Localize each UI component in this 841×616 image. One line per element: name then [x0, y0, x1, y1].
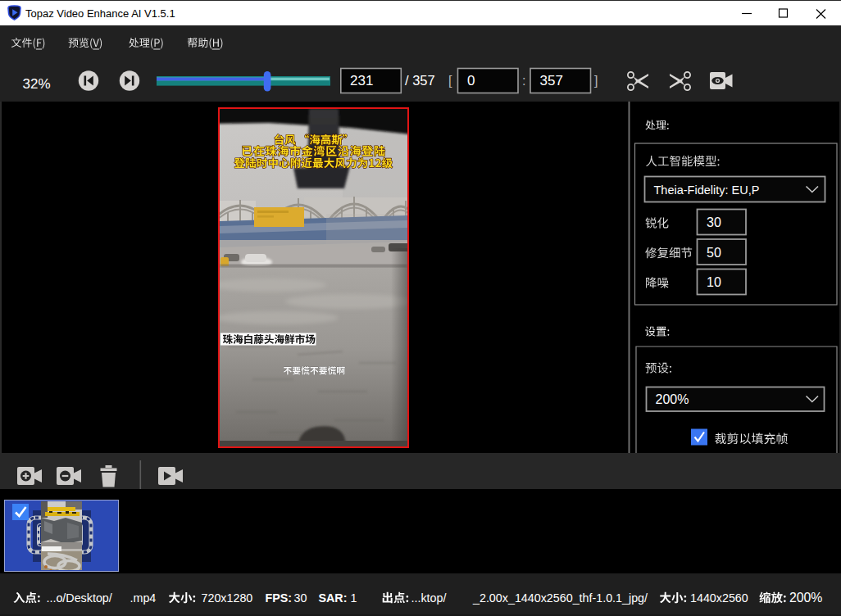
- svg-text:30: 30: [294, 591, 307, 605]
- svg-text:SAR:: SAR:: [319, 591, 348, 605]
- svg-text:32%: 32%: [23, 76, 51, 92]
- svg-text:1440x2560: 1440x2560: [690, 591, 748, 605]
- svg-text:1: 1: [351, 591, 357, 605]
- svg-text:Theia-Fidelity: EU,P: Theia-Fidelity: EU,P: [654, 183, 760, 197]
- svg-text:50: 50: [707, 246, 721, 260]
- svg-text:200%: 200%: [656, 392, 689, 406]
- svg-text:720x1280: 720x1280: [202, 591, 253, 605]
- svg-text:200%: 200%: [789, 591, 822, 605]
- svg-text:...ktop/: ...ktop/: [411, 591, 447, 605]
- svg-text:_2.00x_1440x2560_thf-1.0.1_jpg: _2.00x_1440x2560_thf-1.0.1_jpg/: [472, 591, 648, 605]
- svg-text:10: 10: [707, 275, 721, 289]
- svg-text:.mp4: .mp4: [130, 591, 157, 605]
- svg-text:Topaz Video Enhance AI V1.5.1: Topaz Video Enhance AI V1.5.1: [25, 7, 175, 20]
- svg-text:357: 357: [540, 73, 563, 88]
- svg-text:FPS:: FPS:: [266, 591, 293, 605]
- svg-text:231: 231: [350, 73, 373, 88]
- svg-text:0: 0: [467, 73, 475, 88]
- svg-text:...o/Desktop/: ...o/Desktop/: [47, 591, 112, 605]
- svg-text:30: 30: [707, 215, 721, 229]
- svg-text:/ 357: / 357: [405, 73, 435, 88]
- svg-text:[: [: [448, 74, 452, 88]
- svg-text:]: ]: [594, 74, 598, 88]
- svg-text::: :: [522, 74, 525, 88]
